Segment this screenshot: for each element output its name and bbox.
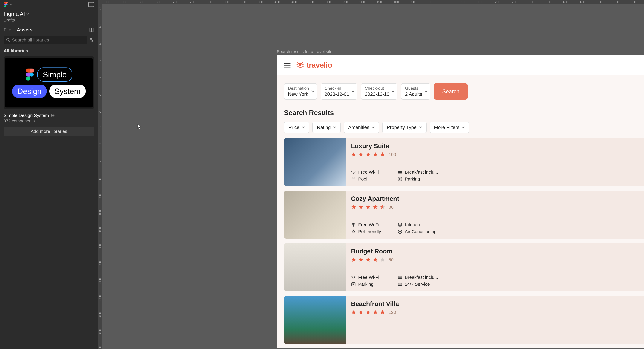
ruler-tick: -950 bbox=[104, 0, 110, 4]
amenity-label: Parking bbox=[405, 176, 420, 182]
svg-point-33 bbox=[399, 224, 401, 226]
rating-row: 80 bbox=[351, 204, 440, 210]
ruler-tick: 200 bbox=[495, 0, 500, 4]
result-title: Luxury Suite bbox=[351, 142, 440, 150]
field-value: 2023-12-10 bbox=[365, 92, 390, 97]
ruler-vertical: -500-450-400-350-300-250-200-150-100-500… bbox=[98, 0, 102, 349]
ac-icon bbox=[398, 229, 402, 234]
filter-property-type[interactable]: Property Type bbox=[382, 122, 426, 133]
site-header: travelio bbox=[277, 55, 644, 75]
ruler-tick: 200 bbox=[98, 244, 102, 250]
tab-file[interactable]: File bbox=[4, 27, 12, 32]
ruler-tick: -750 bbox=[172, 0, 178, 4]
svg-point-6 bbox=[90, 38, 92, 40]
amenity-item: Air Conditioning bbox=[398, 229, 440, 234]
book-icon[interactable] bbox=[89, 28, 94, 32]
amenity-item: Pet-friendly bbox=[351, 229, 393, 234]
amenity-item: Parking bbox=[398, 176, 440, 182]
ruler-tick: 400 bbox=[563, 0, 568, 4]
amenity-item: Kitchen bbox=[398, 222, 440, 227]
filter-settings-icon[interactable] bbox=[89, 38, 94, 42]
library-search-input[interactable] bbox=[12, 38, 85, 42]
amenity-label: Air Conditioning bbox=[405, 229, 437, 234]
field-destination[interactable]: Destination New York bbox=[284, 83, 317, 100]
result-card[interactable]: Cozy Apartment 80 Free Wi-FiKitchenPet-f… bbox=[284, 190, 644, 239]
star-icon bbox=[366, 204, 371, 210]
filter-label: Amenities bbox=[348, 124, 369, 130]
amenity-item: 24/7 Service bbox=[398, 282, 440, 287]
result-card[interactable]: Luxury Suite 100 Free Wi-FiBreakfast inc… bbox=[284, 138, 644, 186]
result-card[interactable]: Beachfront Villa 120 $300/night $2700 bbox=[284, 296, 644, 344]
figma-logo-icon bbox=[4, 2, 8, 7]
ruler-tick: 50 bbox=[98, 194, 102, 198]
svg-line-16 bbox=[302, 63, 302, 64]
ruler-tick: -350 bbox=[308, 0, 314, 4]
frame-label[interactable]: Search results for a travel site bbox=[277, 49, 332, 54]
svg-rect-1 bbox=[88, 2, 94, 7]
search-button[interactable]: Search bbox=[434, 83, 468, 100]
ruler-tick: -50 bbox=[98, 160, 102, 164]
add-more-libraries-button[interactable]: Add more libraries bbox=[4, 127, 94, 136]
result-title: Beachfront Villa bbox=[351, 300, 440, 308]
ruler-tick: -200 bbox=[358, 0, 365, 4]
rating-row: 50 bbox=[351, 257, 440, 262]
library-component-count: 372 components bbox=[4, 118, 94, 124]
brand-logo[interactable]: travelio bbox=[296, 61, 332, 70]
svg-point-25 bbox=[353, 174, 354, 174]
field-label: Guests bbox=[405, 86, 422, 91]
result-image bbox=[284, 190, 346, 239]
svg-point-3 bbox=[6, 38, 9, 41]
canvas[interactable]: -950-900-850-800-750-700-650-600-550-500… bbox=[98, 0, 644, 349]
library-search[interactable] bbox=[4, 36, 87, 44]
field-checkout[interactable]: Check-out 2023-12-10 bbox=[361, 83, 398, 100]
svg-rect-32 bbox=[398, 223, 402, 226]
field-checkin[interactable]: Check-in 2023-12-01 bbox=[321, 83, 357, 100]
ruler-tick: -850 bbox=[138, 0, 144, 4]
design-frame[interactable]: travelio Destination New York Check-in bbox=[277, 55, 644, 348]
project-location[interactable]: Drafts bbox=[4, 18, 94, 22]
thumb-pill: System bbox=[50, 84, 86, 98]
star-icon bbox=[380, 257, 385, 262]
star-icon bbox=[380, 310, 385, 315]
figma-menu[interactable] bbox=[4, 2, 12, 7]
rating-count: 120 bbox=[388, 310, 396, 315]
ruler-tick: -350 bbox=[98, 57, 102, 63]
svg-point-0 bbox=[6, 4, 8, 6]
result-title: Budget Room bbox=[351, 248, 440, 255]
ruler-tick: -300 bbox=[324, 0, 331, 4]
chevron-down-icon bbox=[333, 126, 336, 128]
project-title[interactable]: Figma AI bbox=[4, 11, 25, 17]
rating-count: 100 bbox=[388, 152, 396, 157]
library-card[interactable]: Simple Design System bbox=[4, 56, 94, 109]
field-value: 2023-12-01 bbox=[324, 92, 349, 97]
chevron-down-icon[interactable] bbox=[26, 13, 29, 15]
ruler-tick: 400 bbox=[98, 312, 102, 318]
star-icon bbox=[366, 257, 371, 262]
field-guests[interactable]: Guests 2 Adults bbox=[401, 83, 430, 100]
ruler-tick: -500 bbox=[256, 0, 263, 4]
filter-label: Property Type bbox=[387, 124, 417, 130]
section-all-libraries[interactable]: All libraries bbox=[0, 46, 98, 55]
chevron-down-icon bbox=[302, 126, 305, 128]
chevron-down-icon bbox=[462, 126, 465, 128]
svg-point-34 bbox=[398, 230, 402, 234]
thumb-pill: Simple bbox=[37, 68, 72, 82]
ruler-tick: 250 bbox=[98, 261, 102, 267]
brand-name: travelio bbox=[306, 61, 332, 70]
filter-rating[interactable]: Rating bbox=[312, 122, 341, 133]
star-icon bbox=[380, 152, 385, 157]
result-card[interactable]: Budget Room 50 Free Wi-FiBreakfast inclu… bbox=[284, 243, 644, 291]
filter-amenities[interactable]: Amenities bbox=[344, 122, 379, 133]
filter-price[interactable]: Price bbox=[284, 122, 310, 133]
ruler-tick: -500 bbox=[98, 6, 102, 12]
ruler-tick: 300 bbox=[98, 278, 102, 284]
svg-point-8 bbox=[92, 40, 93, 42]
field-label: Destination bbox=[288, 86, 309, 91]
filter-more-filters[interactable]: More Filters bbox=[430, 122, 470, 133]
results-list: Luxury Suite 100 Free Wi-FiBreakfast inc… bbox=[277, 138, 644, 348]
star-icon bbox=[373, 257, 378, 262]
panel-toggle-icon[interactable] bbox=[88, 2, 94, 7]
tab-assets[interactable]: Assets bbox=[17, 27, 32, 32]
menu-icon[interactable] bbox=[284, 63, 290, 68]
ruler-horizontal: -950-900-850-800-750-700-650-600-550-500… bbox=[98, 0, 644, 4]
